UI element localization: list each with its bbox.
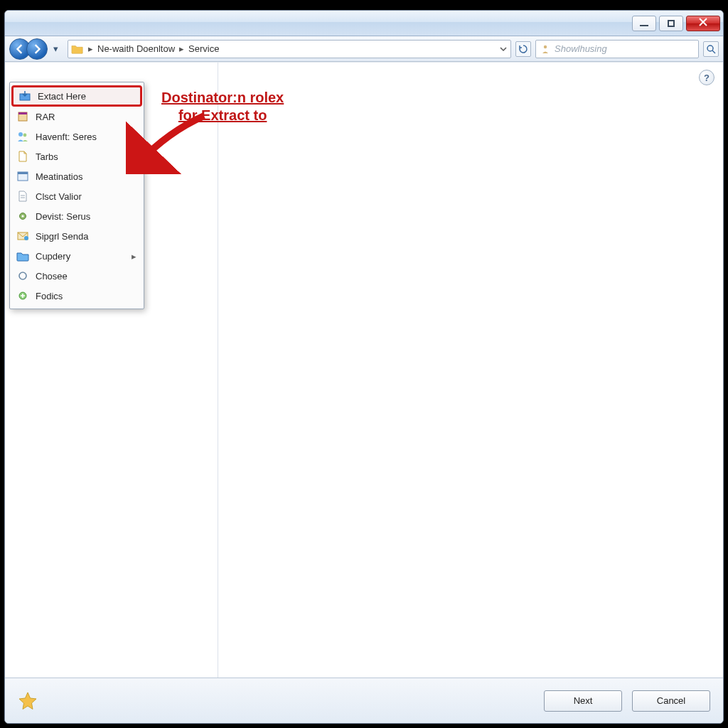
titlebar bbox=[5, 11, 723, 36]
favorites-star-icon[interactable] bbox=[18, 691, 38, 711]
search-icon bbox=[706, 44, 716, 54]
circle-icon bbox=[16, 269, 30, 282]
svg-point-1 bbox=[707, 46, 713, 51]
breadcrumb-sep: ▸ bbox=[178, 43, 186, 54]
context-menu-label: Clsct Valior bbox=[36, 191, 136, 202]
svg-point-0 bbox=[544, 45, 547, 48]
search-input[interactable]: Showlhusing bbox=[535, 40, 699, 58]
footer-bar: Next Cancel bbox=[5, 678, 723, 723]
annotation-line: Dostinator:n rolex bbox=[161, 90, 284, 105]
chevron-down-icon[interactable] bbox=[499, 45, 508, 53]
breadcrumb-segment[interactable]: Ne-waith Doenltow bbox=[97, 43, 175, 54]
address-bar[interactable]: ▸ Ne-waith Doenltow ▸ Service bbox=[68, 40, 511, 58]
context-menu: Extact HereRARHavenft: SeresTarbsMeatina… bbox=[9, 82, 144, 309]
breadcrumb-sep: ▸ bbox=[87, 43, 95, 54]
minimize-button[interactable] bbox=[632, 16, 656, 31]
refresh-icon bbox=[518, 44, 528, 54]
context-menu-item[interactable]: Fodics bbox=[11, 286, 142, 306]
context-menu-item[interactable]: Extact Here bbox=[11, 85, 142, 107]
extract-icon bbox=[18, 90, 32, 102]
context-menu-item[interactable]: Clsct Valior bbox=[11, 186, 142, 206]
arrow-left-icon bbox=[15, 44, 25, 54]
breadcrumb-segment[interactable]: Service bbox=[188, 43, 219, 54]
svg-point-13 bbox=[21, 215, 23, 217]
person-icon bbox=[540, 44, 550, 54]
search-button[interactable] bbox=[703, 41, 719, 57]
context-menu-item[interactable]: Cupdery▸ bbox=[11, 246, 142, 266]
help-icon: ? bbox=[704, 73, 710, 83]
folder-icon bbox=[71, 43, 84, 55]
close-button[interactable] bbox=[686, 16, 720, 31]
folder-icon bbox=[16, 250, 30, 262]
svg-point-15 bbox=[24, 236, 28, 240]
doc-icon bbox=[16, 190, 30, 203]
next-button-label: Next bbox=[574, 695, 593, 706]
context-menu-item[interactable]: Tarbs bbox=[11, 146, 142, 166]
submenu-arrow-icon: ▸ bbox=[132, 251, 136, 262]
svg-point-16 bbox=[19, 272, 26, 279]
close-icon bbox=[699, 18, 707, 28]
context-menu-item[interactable]: Sipgrl Senda bbox=[11, 226, 142, 246]
context-menu-label: Chosee bbox=[36, 271, 136, 282]
context-menu-label: Tarbs bbox=[36, 151, 136, 162]
next-button[interactable]: Next bbox=[544, 690, 622, 712]
svg-point-7 bbox=[23, 134, 27, 137]
arrow-right-icon bbox=[32, 44, 42, 54]
users-icon bbox=[16, 130, 30, 143]
forward-button[interactable] bbox=[26, 38, 48, 60]
svg-line-2 bbox=[712, 50, 715, 53]
context-menu-label: Havenft: Seres bbox=[36, 132, 136, 142]
context-menu-item[interactable]: Devist: Serus bbox=[11, 206, 142, 226]
file-list-pane[interactable]: ? bbox=[218, 63, 723, 678]
nav-buttons bbox=[9, 38, 43, 60]
rar-icon bbox=[16, 110, 30, 123]
context-menu-label: Sipgrl Senda bbox=[36, 231, 136, 242]
context-menu-item[interactable]: Havenft: Seres bbox=[11, 127, 142, 146]
context-menu-label: Devist: Serus bbox=[36, 211, 136, 222]
svg-rect-5 bbox=[18, 112, 27, 114]
context-menu-item[interactable]: Meatinatios bbox=[11, 166, 142, 186]
maximize-button[interactable] bbox=[659, 16, 683, 31]
annotation-line: for Extract to bbox=[178, 107, 267, 123]
search-placeholder: Showlhusing bbox=[555, 43, 607, 54]
cancel-button[interactable]: Cancel bbox=[632, 690, 710, 712]
svg-point-6 bbox=[18, 132, 23, 136]
nav-bar: ▾ ▸ Ne-waith Doenltow ▸ Service Showlhus… bbox=[5, 36, 723, 62]
context-menu-label: Fodics bbox=[36, 291, 136, 301]
annotation-text: Dostinator:n rolex for Extract to bbox=[161, 89, 284, 124]
context-menu-item[interactable]: RAR bbox=[11, 107, 142, 127]
cancel-button-label: Cancel bbox=[657, 695, 685, 706]
explorer-window: ▾ ▸ Ne-waith Doenltow ▸ Service Showlhus… bbox=[4, 10, 724, 724]
context-menu-label: RAR bbox=[36, 112, 136, 122]
context-menu-label: Meatinatios bbox=[36, 171, 136, 182]
page-icon bbox=[16, 150, 30, 163]
refresh-button[interactable] bbox=[515, 41, 531, 57]
help-button[interactable]: ? bbox=[699, 70, 714, 85]
window-icon bbox=[16, 170, 30, 183]
plus-icon bbox=[16, 289, 30, 302]
context-menu-label: Cupdery bbox=[36, 251, 126, 262]
context-menu-item[interactable]: Chosee bbox=[11, 266, 142, 286]
svg-rect-9 bbox=[18, 172, 28, 174]
gear-icon bbox=[16, 210, 30, 223]
nav-history-dropdown[interactable]: ▾ bbox=[53, 43, 63, 54]
context-menu-label: Extact Here bbox=[38, 91, 134, 102]
mail-icon bbox=[16, 230, 30, 242]
